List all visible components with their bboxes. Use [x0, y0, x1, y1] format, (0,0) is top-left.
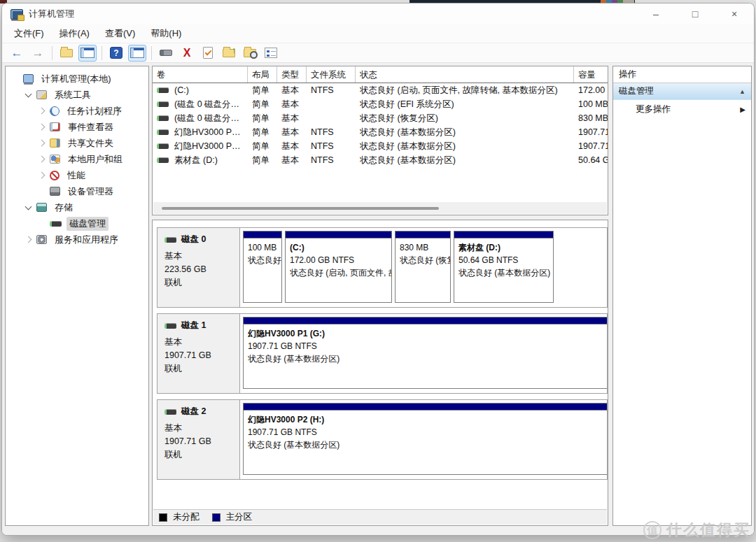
- actions-group-disk-management[interactable]: 磁盘管理 ▲: [613, 83, 751, 100]
- volume-row-3[interactable]: 幻隐HV3000 P1 (G:)简单基本NTFS状态良好 (基本数据分区)190…: [153, 125, 608, 139]
- disk-row-2: 磁盘 2基本1907.71 GB联机幻隐HV3000 P2 (H:)1907.7…: [157, 399, 608, 480]
- minimize-button[interactable]: –: [636, 3, 676, 24]
- partition-1-0[interactable]: 幻隐HV3000 P1 (G:)1907.71 GB NTFS状态良好 (基本数…: [243, 317, 608, 389]
- close-button[interactable]: ×: [715, 3, 754, 24]
- toolbar-button-folder-find-icon[interactable]: [241, 45, 259, 62]
- sidebar-item-10[interactable]: 服务和应用程序: [6, 231, 148, 248]
- volume-row-4[interactable]: 幻隐HV3000 P2 (H:)简单基本NTFS状态良好 (基本数据分区)190…: [153, 139, 608, 153]
- partition-0-0[interactable]: 100 MB状态良好 (EFI 系统分区): [243, 231, 282, 303]
- column-header-3[interactable]: 文件系统: [307, 66, 356, 83]
- toolbar-button-properties-check-page-icon[interactable]: [199, 45, 217, 62]
- disk-label-0[interactable]: 磁盘 0基本223.56 GB联机: [158, 228, 240, 307]
- actions-pane: 操作 磁盘管理 ▲ 更多操作 ▶: [612, 66, 752, 526]
- toolbar-button-device-icon[interactable]: [157, 45, 175, 62]
- cell-状态: 状态良好 (恢复分区): [356, 113, 574, 124]
- collapse-icon[interactable]: ▲: [739, 88, 746, 95]
- sidebar-item-8[interactable]: 存储: [6, 199, 148, 215]
- partition-line: 状态良好 (EFI 系统分区): [248, 254, 277, 266]
- column-header-2[interactable]: 类型: [277, 66, 307, 83]
- volume-list-hscrollbar[interactable]: [153, 202, 607, 214]
- volume-name: 素材盘 (D:): [174, 155, 218, 166]
- expander-right-icon[interactable]: [38, 140, 46, 147]
- partition-line: 状态良好 (基本数据分区): [248, 438, 608, 451]
- actions-header: 操作: [613, 66, 751, 83]
- expander-right-icon[interactable]: [25, 236, 32, 243]
- toolbar-button-delete-icon[interactable]: X: [178, 45, 196, 62]
- disk-partitions-0: 100 MB状态良好 (EFI 系统分区)(C:)172.00 GB NTFS状…: [240, 228, 607, 307]
- legend-label-1: 主分区: [226, 511, 253, 523]
- toolbar-button-checklist-icon[interactable]: [262, 45, 280, 62]
- sidebar-item-4[interactable]: 共享文件夹: [6, 135, 148, 151]
- disk-size: 1907.71 GB: [164, 349, 234, 362]
- device-mgr-icon: [50, 187, 60, 196]
- expander-down-icon[interactable]: [25, 90, 32, 97]
- menu-item-1[interactable]: 操作(A): [53, 25, 96, 42]
- disk-label-2[interactable]: 磁盘 2基本1907.71 GB联机: [158, 400, 240, 479]
- disk-type: 基本: [164, 336, 234, 349]
- partition-0-2[interactable]: 830 MB状态良好 (恢复分区): [395, 231, 451, 303]
- column-header-5[interactable]: 容量: [574, 66, 608, 83]
- disk-label-1[interactable]: 磁盘 1基本1907.71 GB联机: [158, 314, 240, 393]
- more-actions-item[interactable]: 更多操作 ▶: [613, 100, 751, 118]
- toolbar-button-action-pane-panes-icon[interactable]: [128, 45, 146, 62]
- toolbar-separator: [102, 46, 102, 60]
- menu-item-0[interactable]: 文件(F): [8, 25, 50, 42]
- device-icon: [160, 50, 172, 56]
- cell-文件系统: NTFS: [307, 155, 356, 165]
- expander-right-icon[interactable]: [38, 172, 46, 179]
- column-header-1[interactable]: 布局: [248, 66, 277, 83]
- sidebar-item-2[interactable]: 任务计划程序: [6, 103, 148, 119]
- legend-label-0: 未分配: [173, 511, 200, 523]
- menu-item-3[interactable]: 帮助(H): [144, 25, 188, 42]
- toolbar-button-folder-open-icon[interactable]: [57, 45, 76, 62]
- volume-row-0[interactable]: (C:)简单基本NTFS状态良好 (启动, 页面文件, 故障转储, 基本数据分区…: [153, 83, 608, 97]
- expander-down-icon[interactable]: [25, 203, 32, 210]
- properties-check-page-icon: [203, 47, 213, 59]
- column-header-0[interactable]: 卷: [153, 66, 248, 83]
- partition-0-1[interactable]: (C:)172.00 GB NTFS状态良好 (启动, 页面文件, 故障转储, …: [285, 231, 392, 303]
- volume-row-5[interactable]: 素材盘 (D:)简单基本NTFS状态良好 (基本数据分区)50.64 GB: [153, 153, 608, 167]
- delete-icon: X: [183, 48, 191, 59]
- maximize-button[interactable]: □: [676, 3, 715, 24]
- content-area: 计算机管理(本地)系统工具任务计划程序事件查看器共享文件夹本地用户和组性能设备管…: [2, 63, 754, 535]
- toolbar-button-arrow-left-icon[interactable]: ←: [8, 45, 26, 62]
- sidebar-item-6[interactable]: 性能: [6, 167, 148, 183]
- toolbar-button-console-tree-panes-icon[interactable]: [78, 45, 97, 62]
- partition-0-3[interactable]: 素材盘 (D:)50.64 GB NTFS状态良好 (基本数据分区): [454, 231, 554, 303]
- tree-item-label: 计算机管理(本地): [38, 72, 114, 86]
- sidebar-item-0[interactable]: 计算机管理(本地): [6, 71, 148, 87]
- sidebar-item-3[interactable]: 事件查看器: [6, 119, 148, 135]
- toolbar-button-arrow-right-icon[interactable]: →: [29, 45, 47, 62]
- column-header-4[interactable]: 状态: [356, 66, 574, 83]
- volume-row-2[interactable]: (磁盘 0 磁盘分区 4)简单基本状态良好 (恢复分区)830 MB: [153, 111, 608, 125]
- sidebar-item-1[interactable]: 系统工具: [6, 87, 148, 103]
- expander-right-icon[interactable]: [38, 108, 46, 115]
- volume-row-1[interactable]: (磁盘 0 磁盘分区 1)简单基本状态良好 (EFI 系统分区)100 MB: [153, 97, 608, 111]
- menu-item-2[interactable]: 查看(V): [99, 25, 141, 42]
- partition-line: 50.64 GB NTFS: [458, 254, 549, 266]
- volume-icon: [157, 101, 169, 107]
- partition-2-0[interactable]: 幻隐HV3000 P2 (H:)1907.71 GB NTFS状态良好 (基本数…: [243, 403, 608, 475]
- expander-right-icon[interactable]: [38, 124, 46, 131]
- legend-swatch-0: [159, 513, 167, 522]
- volume-name: 幻隐HV3000 P1 (G:): [174, 127, 245, 138]
- cell-容量: 100 MB: [574, 99, 608, 109]
- disk-icon: [164, 237, 176, 243]
- sidebar-item-7[interactable]: 设备管理器: [6, 183, 148, 199]
- window-title: 计算机管理: [29, 8, 74, 20]
- partition-line: 状态良好 (基本数据分区): [248, 352, 608, 365]
- sidebar-item-5[interactable]: 本地用户和组: [6, 151, 148, 167]
- cell-文件系统: NTFS: [307, 141, 356, 151]
- cell-卷: (C:): [153, 85, 248, 95]
- cell-状态: 状态良好 (基本数据分区): [356, 155, 574, 166]
- expander-right-icon[interactable]: [38, 156, 46, 163]
- toolbar-button-folder-export-icon[interactable]: [220, 45, 238, 62]
- sidebar-item-9[interactable]: 磁盘管理: [6, 215, 148, 231]
- volume-name: (磁盘 0 磁盘分区 4): [174, 113, 245, 124]
- hscrollbar-thumb[interactable]: [162, 207, 439, 210]
- toolbar-button-help-icon[interactable]: ?: [107, 45, 125, 62]
- cell-布局: 简单: [248, 127, 277, 138]
- tree-item-label: 性能: [64, 169, 88, 183]
- expander-placeholder-icon: [39, 221, 44, 226]
- tree-item-label: 设备管理器: [65, 185, 116, 199]
